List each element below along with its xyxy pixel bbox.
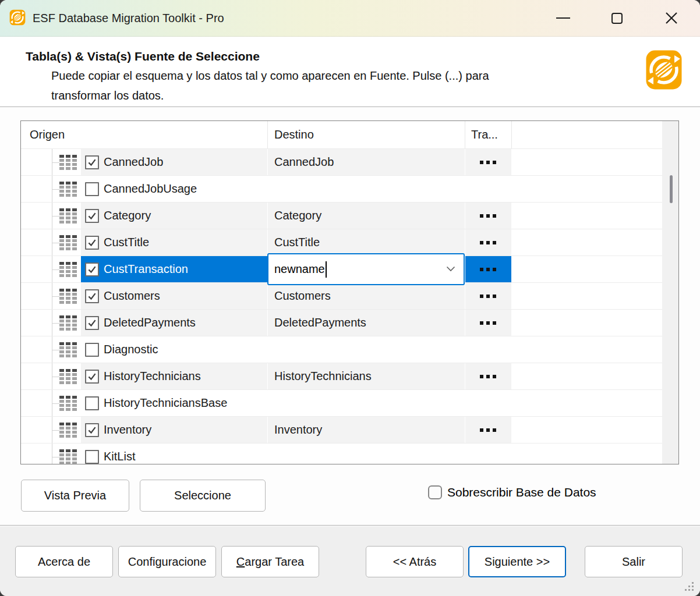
row-checkbox[interactable]	[85, 423, 99, 437]
origen-label: DeletedPayments	[104, 310, 196, 336]
table-row[interactable]: HistoryTechnicians HistoryTechnicians	[21, 363, 678, 390]
table-row[interactable]: CannedJob CannedJob	[21, 149, 678, 176]
tree-connector	[52, 377, 59, 377]
row-checkbox[interactable]	[85, 262, 99, 276]
exit-button[interactable]: Salir	[585, 546, 683, 577]
transform-button[interactable]	[465, 283, 511, 309]
grid-header: Origen Destino Tra...	[21, 121, 678, 149]
check-icon	[87, 425, 97, 435]
column-header-origen[interactable]: Origen	[30, 121, 65, 148]
app-icon	[9, 9, 26, 26]
origen-label: CustTransaction	[104, 256, 188, 282]
cell-divider	[511, 176, 512, 202]
minimize-button[interactable]	[553, 8, 574, 29]
check-icon	[87, 291, 97, 301]
check-icon	[87, 237, 97, 248]
check-icon	[87, 318, 97, 328]
table-row[interactable]: DeletedPayments DeletedPayments	[21, 310, 678, 336]
destino-editor[interactable]: newname	[267, 253, 465, 285]
tree-connector	[52, 216, 59, 217]
transform-button[interactable]	[465, 256, 511, 282]
destino-label: HistoryTechnicians	[274, 363, 372, 389]
load-task-button[interactable]: Cargar Tarea	[221, 546, 319, 577]
row-checkbox[interactable]	[85, 370, 99, 384]
row-checkbox[interactable]	[85, 209, 99, 223]
cell-divider	[465, 336, 465, 363]
transform-button[interactable]	[465, 417, 511, 443]
table-row[interactable]: CustTitle CustTitle	[21, 229, 678, 256]
table-icon	[59, 182, 77, 197]
row-highlight	[81, 444, 511, 464]
transform-button[interactable]	[465, 363, 511, 389]
row-checkbox[interactable]	[85, 155, 99, 169]
table-row[interactable]: KitList	[21, 444, 678, 464]
dialog-window: ESF Database Migration Toolkit - Pro Tab…	[0, 0, 700, 596]
cell-divider	[267, 310, 268, 336]
row-checkbox[interactable]	[85, 316, 99, 330]
preview-button[interactable]: Vista Previa	[21, 480, 129, 512]
table-row[interactable]: Inventory Inventory	[21, 417, 678, 444]
row-checkbox[interactable]	[85, 182, 99, 196]
cell-divider	[511, 417, 512, 443]
tables-grid: Origen Destino Tra...	[20, 120, 679, 464]
tree-connector	[52, 269, 59, 270]
load-task-rest: argar Tarea	[245, 555, 304, 568]
destino-label: Category	[274, 203, 321, 229]
vertical-scrollbar[interactable]	[662, 121, 678, 464]
cell-divider	[267, 363, 268, 389]
overwrite-label: Sobrescribir Base de Datos	[447, 480, 596, 505]
select-button[interactable]: Seleccione	[140, 480, 266, 512]
check-icon	[87, 157, 97, 168]
column-header-transform[interactable]: Tra...	[471, 121, 498, 148]
table-row[interactable]: CustTransaction newname	[21, 256, 678, 283]
chevron-down-icon[interactable]	[446, 266, 455, 272]
row-checkbox[interactable]	[85, 396, 99, 410]
cell-divider	[511, 229, 512, 256]
cell-divider	[267, 417, 268, 443]
table-icon	[59, 208, 77, 224]
cell-divider	[511, 390, 512, 416]
tree-connector	[52, 323, 59, 324]
column-divider	[511, 121, 512, 148]
row-checkbox[interactable]	[85, 289, 99, 303]
check-icon	[87, 211, 97, 221]
about-button[interactable]: Acerca de	[15, 546, 113, 577]
tree-connector	[52, 457, 59, 457]
page-description-line1: Puede copiar el esquema y los datos tal …	[51, 69, 489, 83]
column-header-destino[interactable]: Destino	[274, 121, 314, 148]
overwrite-checkbox[interactable]	[428, 485, 442, 499]
transform-button[interactable]	[465, 310, 511, 336]
cell-divider	[511, 203, 512, 229]
row-checkbox[interactable]	[85, 236, 99, 250]
tree-connector	[52, 350, 59, 350]
table-row[interactable]: HistoryTechniciansBase	[21, 390, 678, 417]
transform-button[interactable]	[465, 149, 511, 175]
destino-label: Inventory	[274, 417, 322, 443]
table-row[interactable]: CannedJobUsage	[21, 176, 678, 203]
cell-divider	[511, 256, 512, 282]
check-icon	[87, 371, 97, 382]
scrollbar-thumb[interactable]	[670, 175, 673, 203]
transform-button[interactable]	[465, 203, 511, 229]
close-button[interactable]	[661, 8, 682, 29]
settings-button[interactable]: Configuracione	[118, 546, 216, 577]
origen-label: CustTitle	[104, 229, 149, 256]
table-row[interactable]: Customers Customers	[21, 283, 678, 310]
tree-connector	[52, 403, 59, 404]
maximize-button[interactable]	[606, 8, 627, 29]
next-button[interactable]: Siguiente >>	[468, 546, 566, 577]
origen-label: HistoryTechniciansBase	[104, 390, 227, 416]
table-row[interactable]: Category Category	[21, 203, 678, 229]
row-checkbox[interactable]	[85, 343, 99, 357]
load-task-accel: C	[236, 555, 245, 568]
row-checkbox[interactable]	[85, 450, 99, 464]
cell-divider	[267, 390, 268, 416]
title-bar: ESF Database Migration Toolkit - Pro	[0, 0, 700, 37]
origen-label: Category	[104, 203, 151, 229]
cell-divider	[511, 444, 512, 464]
table-icon	[59, 396, 77, 411]
resize-grip[interactable]	[685, 582, 694, 591]
transform-button[interactable]	[465, 229, 511, 256]
back-button[interactable]: << Atrás	[366, 546, 464, 577]
table-row[interactable]: Diagnostic	[21, 336, 678, 363]
